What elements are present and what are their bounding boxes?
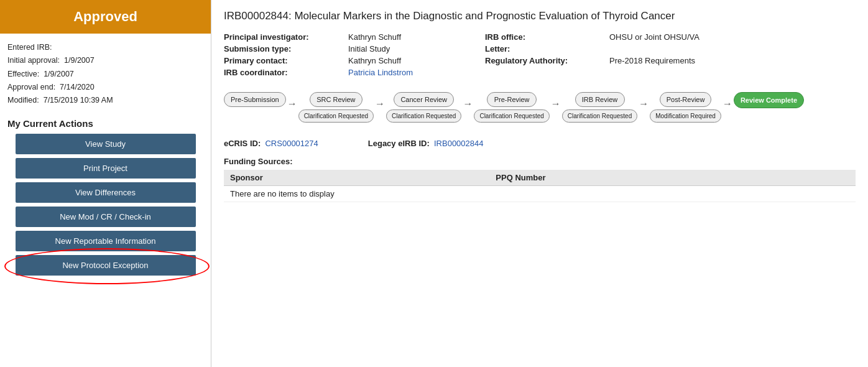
ids-row: eCRIS ID: CRS00001274 Legacy eIRB ID: IR… <box>224 139 856 148</box>
view-differences-button[interactable]: View Differences <box>16 182 196 203</box>
sidebar-meta: Entered IRB: Initial approval: 1/9/2007 … <box>0 41 211 114</box>
regulatory-authority-label: Regulatory Authority: <box>485 56 609 65</box>
legacy-eirb-container: Legacy eIRB ID: IRB00002844 <box>368 139 484 148</box>
funding-table: Sponsor PPQ Number There are no items to… <box>224 170 856 202</box>
wf-node-pre-review: Pre-Review <box>487 92 537 107</box>
effective-row: Effective: 1/9/2007 <box>7 68 203 81</box>
print-project-button[interactable]: Print Project <box>16 158 196 179</box>
effective-value: 1/9/2007 <box>44 70 74 78</box>
initial-approval-value: 1/9/2007 <box>64 56 95 65</box>
wf-sub-post-review: Modification Required <box>650 109 721 123</box>
table-row-empty: There are no items to display <box>224 185 856 202</box>
sidebar-actions-title: My Current Actions <box>0 114 211 134</box>
wf-arrow-3: → <box>463 92 473 109</box>
initial-approval-row: Initial approval: 1/9/2007 <box>7 54 203 67</box>
wf-irb-review: IRB Review Clarification Requested <box>562 92 637 123</box>
submission-type-label: Submission type: <box>224 44 348 53</box>
wf-pre-submission: Pre-Submission <box>224 92 286 107</box>
approval-end-row: Approval end: 7/14/2020 <box>7 81 203 94</box>
wf-review-complete: Review Complete <box>734 92 804 108</box>
wf-arrow-2: → <box>375 92 385 109</box>
entered-irb-label: Entered IRB: <box>7 43 52 52</box>
approval-end-value: 7/14/2020 <box>60 83 95 91</box>
wf-node-pre-submission: Pre-Submission <box>224 92 286 107</box>
wf-node-cancer-review: Cancer Review <box>394 92 454 107</box>
wf-node-irb-review: IRB Review <box>575 92 625 107</box>
funding-table-header-sponsor: Sponsor <box>224 170 489 186</box>
funding-table-header-ppq: PPQ Number <box>489 170 856 186</box>
wf-node-review-complete: Review Complete <box>734 92 804 108</box>
wf-sub-cancer-review: Clarification Requested <box>386 109 461 123</box>
wf-sub-irb-review: Clarification Requested <box>562 109 637 123</box>
effective-label: Effective: <box>7 70 39 78</box>
regulatory-authority-value: Pre-2018 Requirements <box>609 56 771 65</box>
letter-label: Letter: <box>485 44 609 53</box>
modified-row: Modified: 7/15/2019 10:39 AM <box>7 94 203 107</box>
view-study-button[interactable]: View Study <box>16 134 196 154</box>
wf-cancer-review: Cancer Review Clarification Requested <box>386 92 461 123</box>
wf-arrow-4: → <box>551 92 561 109</box>
approved-banner: Approved <box>0 0 211 34</box>
ecris-id-label: eCRIS ID: <box>224 139 261 148</box>
legacy-eirb-value[interactable]: IRB00002844 <box>434 139 484 148</box>
no-items-cell: There are no items to display <box>224 185 856 202</box>
modified-label: Modified: <box>7 96 39 105</box>
approval-end-label: Approval end: <box>7 83 55 91</box>
new-reportable-button[interactable]: New Reportable Information <box>16 231 196 251</box>
wf-arrow-1: → <box>287 92 297 109</box>
wf-src-review: SRC Review Clarification Requested <box>298 92 374 123</box>
pi-value: Kathryn Schuff <box>348 32 485 42</box>
pi-label: Principal investigator: <box>224 32 348 42</box>
irb-office-label: IRB office: <box>485 32 609 42</box>
irb-office-value: OHSU or Joint OHSU/VA <box>609 32 771 42</box>
wf-post-review: Post-Review Modification Required <box>650 92 721 123</box>
irb-coordinator-value: Patricia Lindstrom <box>348 68 485 77</box>
funding-sources-title: Funding Sources: <box>224 157 856 166</box>
wf-node-post-review: Post-Review <box>660 92 712 107</box>
initial-approval-label: Initial approval: <box>7 56 60 65</box>
legacy-eirb-label: Legacy eIRB ID: <box>368 139 430 148</box>
modified-value: 7/15/2019 10:39 AM <box>44 96 113 105</box>
wf-sub-pre-review: Clarification Requested <box>474 109 549 123</box>
workflow-diagram: Pre-Submission → SRC Review Clarificatio… <box>224 87 856 128</box>
main-container: Approved Entered IRB: Initial approval: … <box>0 0 868 367</box>
wf-arrow-6: → <box>723 92 732 109</box>
ecris-id-value[interactable]: CRS00001274 <box>265 139 318 148</box>
submission-type-value: Initial Study <box>348 44 485 53</box>
wf-sub-src-review: Clarification Requested <box>298 109 374 123</box>
irb-coordinator-label: IRB coordinator: <box>224 68 348 77</box>
primary-contact-value: Kathryn Schuff <box>348 56 485 65</box>
study-title: IRB00002844: Molecular Markers in the Di… <box>224 9 856 24</box>
main-content: IRB00002844: Molecular Markers in the Di… <box>211 0 868 367</box>
new-protocol-exception-button[interactable]: New Protocol Exception <box>16 255 196 276</box>
wf-arrow-5: → <box>639 92 649 109</box>
sidebar: Approved Entered IRB: Initial approval: … <box>0 0 211 367</box>
study-meta: Principal investigator: Kathryn Schuff I… <box>224 32 856 77</box>
primary-contact-label: Primary contact: <box>224 56 348 65</box>
entered-irb-row: Entered IRB: <box>7 41 203 54</box>
new-mod-button[interactable]: New Mod / CR / Check-in <box>16 207 196 227</box>
wf-pre-review: Pre-Review Clarification Requested <box>474 92 549 123</box>
wf-node-src-review: SRC Review <box>310 92 362 107</box>
letter-value <box>609 44 771 53</box>
ecris-id-container: eCRIS ID: CRS00001274 <box>224 139 318 148</box>
